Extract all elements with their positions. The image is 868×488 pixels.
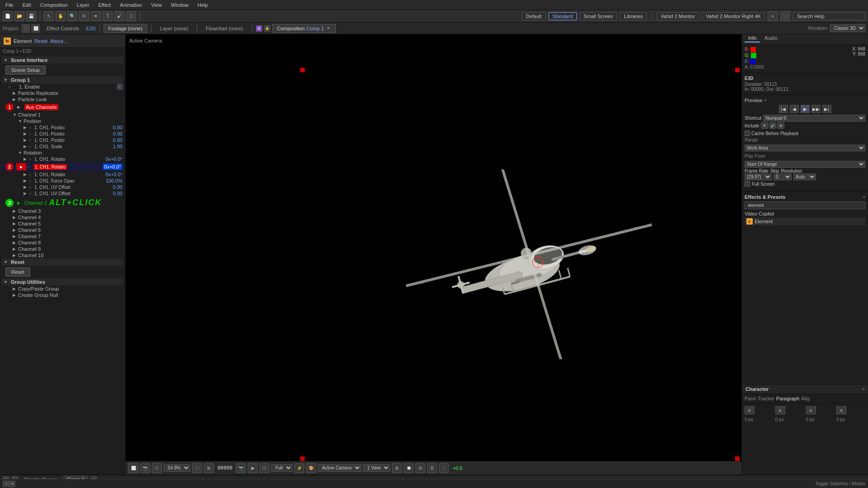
grid-btn[interactable]: ⊞ [204, 463, 214, 473]
ch-force-opac[interactable]: ▶ ○ 1. CH1. Force Opac 100.0% [2, 178, 123, 184]
effect-controls-tab[interactable]: Effect Controls [42, 24, 84, 33]
viewer-btn1[interactable]: ⬜ [128, 463, 138, 473]
project-btn2[interactable]: ⬜ [32, 24, 40, 33]
text-tool[interactable]: T [103, 11, 113, 21]
include-audio[interactable]: 🔊 [769, 122, 776, 129]
renderer-select[interactable]: Classic 3D [830, 24, 865, 32]
channel4-item[interactable]: ▶Channel 4 [2, 214, 123, 221]
camera-select[interactable]: Active Camera [318, 464, 361, 472]
skip-select[interactable]: 0 [774, 174, 792, 180]
ch-uv1[interactable]: ▶ ○ 1. CH1. UV Offset 0.00 [2, 184, 123, 190]
shortcut-select[interactable]: Numpad 0 [763, 115, 865, 122]
align-left-btn[interactable]: ≡ [745, 406, 755, 414]
render-btn[interactable]: ⬡ [259, 463, 269, 473]
shape-tool[interactable]: ⬡ [126, 11, 136, 21]
camera-opt-btn[interactable]: ☰ [427, 463, 437, 473]
resolution-select[interactable]: Full [271, 464, 292, 472]
effects-expand[interactable]: ≡ [863, 195, 865, 199]
ch-rot2-box[interactable]: ▶ [16, 163, 26, 170]
workspace-libraries[interactable]: Libraries [620, 12, 647, 20]
channel6-item[interactable]: ▶Channel 6 [2, 227, 123, 233]
paragraph-tab[interactable]: Paragraph [776, 396, 799, 401]
ch-rot2[interactable]: 2 ▶ ○ 1. CH1. Rotatio 0x+0.0° [2, 162, 123, 171]
channel1-item[interactable]: ▼ Channel 1 [2, 112, 123, 118]
open-btn[interactable]: 📂 [14, 11, 24, 21]
audio-tab[interactable]: Audio [761, 34, 781, 42]
comp1-tab[interactable]: Composition Comp 1 ✕ [272, 24, 336, 33]
align-tab[interactable]: Alig [801, 396, 809, 401]
menu-effect[interactable]: Effect [96, 1, 113, 9]
info-tab[interactable]: Info [745, 34, 760, 42]
comp-tab-close[interactable]: ✕ [326, 26, 331, 31]
copy-paste-group[interactable]: ▶Copy/Paste Group [2, 286, 123, 292]
menu-help[interactable]: Help [196, 1, 210, 9]
viewer-btn3[interactable]: ⬡ [152, 463, 162, 473]
menu-composition[interactable]: Composition [38, 1, 70, 9]
ch-rot1[interactable]: ▶ ○ 1. CH1. Rotatio 0x+0.0° [2, 156, 123, 162]
ch-scale[interactable]: ▶ ○ 1. CH1. Scale 1.00 [2, 143, 123, 150]
enable-checkbox[interactable] [117, 84, 123, 89]
reset-btn[interactable]: Reset [5, 267, 30, 277]
play-from-select[interactable]: Start Of Range [745, 161, 865, 168]
preview-expand[interactable]: ≡ [764, 98, 766, 103]
cache-before-playback-cb[interactable] [745, 131, 750, 136]
create-group-null[interactable]: ▶Create Group Null [2, 292, 123, 298]
paint-tab[interactable]: Paint [745, 396, 756, 401]
prev-play[interactable]: ▶ [801, 105, 810, 113]
enable-item[interactable]: ○ 1. Enable [7, 84, 123, 90]
prev-last[interactable]: ▶| [822, 105, 831, 113]
ch-pos3[interactable]: ▶ ○ 1. CH1. Positio 0.00 [2, 137, 123, 143]
res-select[interactable]: Auto [793, 174, 816, 180]
reset-section[interactable]: ▼ Reset [2, 258, 123, 266]
layer-tab[interactable]: Layer (none) [155, 24, 193, 33]
ch-pos2[interactable]: ▶ ○ 1. CH1. Positio 0.00 [2, 131, 123, 137]
channel5-item[interactable]: ▶Channel 5 [2, 221, 123, 227]
snap-btn[interactable]: 🔲 [404, 463, 414, 473]
group1-header[interactable]: ▼ Group 1 [2, 76, 123, 84]
comp-canvas[interactable] [300, 68, 740, 461]
particle-replicator-item[interactable]: ▶ Particle Replicator [2, 90, 123, 96]
ch-uv2[interactable]: ▶ ○ 1. CH1. UV Offset 0.00 [2, 190, 123, 197]
playback-btn[interactable]: ▶ [248, 463, 258, 473]
menu-view[interactable]: View [149, 1, 164, 9]
about-link[interactable]: About... [50, 38, 67, 44]
3d-grid-btn[interactable]: ⊟ [415, 463, 425, 473]
align-center-btn[interactable]: ≡ [775, 406, 785, 414]
comp-lock[interactable]: 🔒 [264, 25, 270, 32]
color-mgmt-btn[interactable]: 🎨 [306, 463, 316, 473]
view-options-btn[interactable]: ⊞ [392, 463, 402, 473]
effects-search[interactable] [745, 202, 865, 209]
more-workspaces[interactable]: » [768, 11, 778, 21]
monitor1[interactable]: Vahid 2 Monitor [656, 12, 699, 20]
include-video[interactable]: 👁 [761, 122, 768, 129]
work-area-select[interactable]: Work Area [745, 145, 865, 151]
frame-btn[interactable]: ⬛ [192, 463, 202, 473]
fps-select[interactable]: (29.97) [745, 174, 772, 180]
align-justify-btn[interactable]: ≡ [836, 406, 846, 414]
flowchart-tab[interactable]: Flowchart (none) [201, 24, 248, 33]
monitor2[interactable]: Vahid 2 Monitor Right 4K [702, 12, 765, 20]
prev-first[interactable]: |◀ [779, 105, 788, 113]
channel9-item[interactable]: ▶Channel 9 [2, 246, 123, 252]
position-item[interactable]: ▼ Position [2, 118, 123, 124]
prev-back[interactable]: ◀ [790, 105, 799, 113]
prev-fwd[interactable]: ▶▶ [811, 105, 821, 113]
ch-rot3[interactable]: ▶ ○ 1. CH1. Rotatio 0x+0.0° [2, 171, 123, 178]
ch-pos1[interactable]: ▶ ○ 1. CH1. Positio 0.00 [2, 124, 123, 131]
menu-window[interactable]: Window [169, 1, 190, 9]
viewer-btn2[interactable]: 📷 [140, 463, 150, 473]
menu-edit[interactable]: Edit [21, 1, 33, 9]
footage-tab[interactable]: Footage (none) [104, 24, 147, 33]
menu-animation[interactable]: Animation [118, 1, 144, 9]
workspace-default[interactable]: Default [522, 12, 546, 20]
aux-channels-item[interactable]: 1 ▶ Aux Channels [2, 103, 123, 112]
workspace-standard[interactable]: Standard [548, 12, 577, 20]
channel8-item[interactable]: ▶Channel 8 [2, 239, 123, 246]
channel10-item[interactable]: ▶Channel 10 [2, 252, 123, 258]
new-project-btn[interactable]: 📄 [3, 11, 13, 21]
channel2-annotation[interactable]: 3 ▶ Channel 2 ALT+CLICK [2, 197, 123, 208]
pen-tool[interactable]: ✒ [91, 11, 101, 21]
project-btn1[interactable]: ⬛ [22, 24, 30, 33]
group-utilities-header[interactable]: ▼ Group Utilities [2, 278, 123, 286]
view-select[interactable]: 1 View [363, 464, 390, 472]
